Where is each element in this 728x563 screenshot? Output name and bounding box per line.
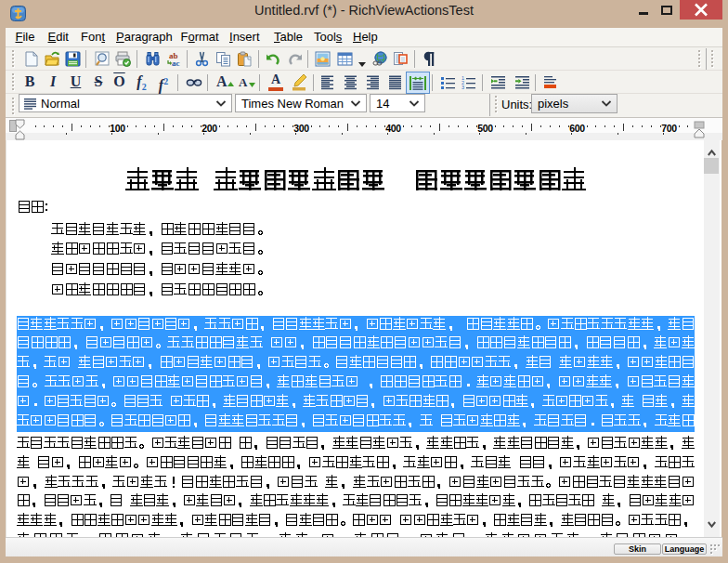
svg-text:3: 3 [462, 85, 464, 90]
svg-text:ac: ac [172, 59, 180, 67]
